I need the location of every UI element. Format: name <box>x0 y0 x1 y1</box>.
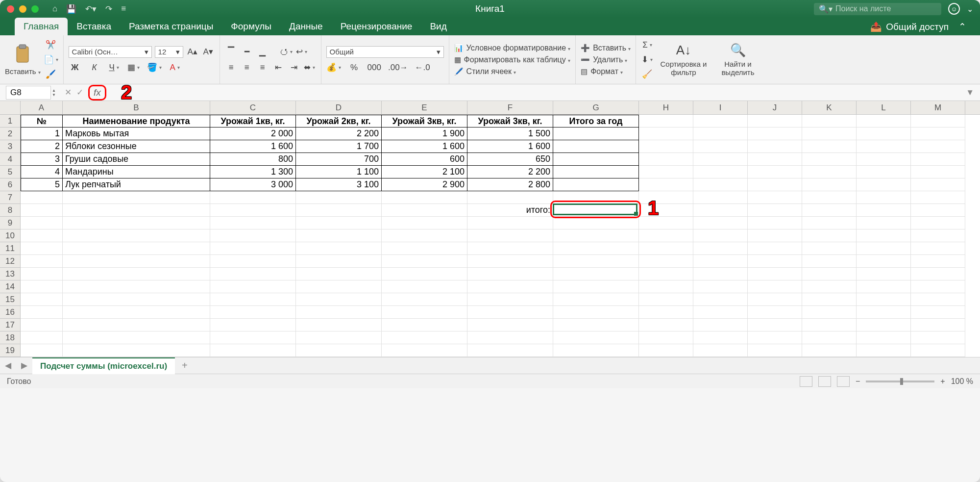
formula-expand-icon[interactable]: ▼ <box>966 88 974 98</box>
cell-F7[interactable] <box>467 191 553 204</box>
percent-icon[interactable]: % <box>348 62 361 74</box>
cell-E9[interactable] <box>382 217 467 229</box>
cell-B3[interactable]: Яблоки сезонные <box>63 140 210 153</box>
cell-L12[interactable] <box>857 255 911 268</box>
cell-K8[interactable] <box>802 204 857 217</box>
cell-H6[interactable] <box>639 178 693 191</box>
cell-I8[interactable] <box>693 204 748 217</box>
cell-K19[interactable] <box>802 344 857 357</box>
cell-I7[interactable] <box>693 191 748 204</box>
cell-F4[interactable]: 650 <box>467 153 553 166</box>
cell-G18[interactable] <box>553 331 639 344</box>
cell-H4[interactable] <box>639 153 693 166</box>
cell-M17[interactable] <box>911 319 965 331</box>
cell-D10[interactable] <box>296 229 382 242</box>
cell-M16[interactable] <box>911 306 965 319</box>
cell-A12[interactable] <box>21 255 63 268</box>
format-as-table-button[interactable]: ▦Форматировать как таблицу <box>454 55 570 64</box>
cell-F10[interactable] <box>467 229 553 242</box>
cell-A19[interactable] <box>21 344 63 357</box>
cell-M12[interactable] <box>911 255 965 268</box>
cell-G19[interactable] <box>553 344 639 357</box>
borders-button[interactable]: ▦ <box>127 62 140 74</box>
cell-A3[interactable]: 2 <box>21 140 63 153</box>
cell-J9[interactable] <box>748 217 802 229</box>
cell-D8[interactable] <box>296 204 382 217</box>
cell-L7[interactable] <box>857 191 911 204</box>
cell-K3[interactable] <box>802 140 857 153</box>
cell-J6[interactable] <box>748 178 802 191</box>
cell-J17[interactable] <box>748 319 802 331</box>
cell-B4[interactable]: Груши садовые <box>63 153 210 166</box>
tab-page-layout[interactable]: Разметка страницы <box>120 18 222 35</box>
italic-button[interactable]: К <box>88 62 101 74</box>
row-header-5[interactable]: 5 <box>0 166 21 178</box>
share-button[interactable]: 📤 Общий доступ ⌃ <box>865 18 971 35</box>
cell-I12[interactable] <box>693 255 748 268</box>
cell-K12[interactable] <box>802 255 857 268</box>
cell-B15[interactable] <box>63 293 210 306</box>
cell-C8[interactable] <box>210 204 296 217</box>
col-header-B[interactable]: B <box>63 101 210 114</box>
font-color-button[interactable]: A <box>169 62 181 74</box>
cell-B16[interactable] <box>63 306 210 319</box>
cell-D2[interactable]: 2 200 <box>296 127 382 140</box>
cell-B19[interactable] <box>63 344 210 357</box>
cell-B6[interactable]: Лук репчатый <box>63 178 210 191</box>
cell-D15[interactable] <box>296 293 382 306</box>
cell-F16[interactable] <box>467 306 553 319</box>
cell-L15[interactable] <box>857 293 911 306</box>
page-layout-view-button[interactable] <box>818 376 831 387</box>
tab-home[interactable]: Главная <box>15 18 68 35</box>
col-header-C[interactable]: C <box>210 101 296 114</box>
cell-C18[interactable] <box>210 331 296 344</box>
row-header-12[interactable]: 12 <box>0 255 21 268</box>
cell-D3[interactable]: 1 700 <box>296 140 382 153</box>
increase-decimal-icon[interactable]: .00→ <box>388 62 408 74</box>
cell-A14[interactable] <box>21 280 63 293</box>
align-top-icon[interactable]: ▔ <box>225 46 238 58</box>
cell-B14[interactable] <box>63 280 210 293</box>
cell-H2[interactable] <box>639 127 693 140</box>
cell-D11[interactable] <box>296 242 382 255</box>
cell-M10[interactable] <box>911 229 965 242</box>
cell-J19[interactable] <box>748 344 802 357</box>
cell-E15[interactable] <box>382 293 467 306</box>
cell-F18[interactable] <box>467 331 553 344</box>
cell-K15[interactable] <box>802 293 857 306</box>
insert-function-button[interactable]: fx <box>94 87 101 98</box>
cell-J7[interactable] <box>748 191 802 204</box>
cell-M18[interactable] <box>911 331 965 344</box>
wrap-text-icon[interactable]: ↩ <box>295 46 308 58</box>
save-icon[interactable]: 💾 <box>66 4 76 14</box>
cell-M9[interactable] <box>911 217 965 229</box>
cell-M14[interactable] <box>911 280 965 293</box>
cell-G2[interactable] <box>553 127 639 140</box>
insert-cells-button[interactable]: ➕Вставить <box>581 44 631 52</box>
cell-C4[interactable]: 800 <box>210 153 296 166</box>
cell-C9[interactable] <box>210 217 296 229</box>
increase-font-icon[interactable]: A▴ <box>186 46 199 58</box>
cell-M8[interactable] <box>911 204 965 217</box>
cell-H15[interactable] <box>639 293 693 306</box>
cell-K2[interactable] <box>802 127 857 140</box>
cell-K14[interactable] <box>802 280 857 293</box>
cell-B17[interactable] <box>63 319 210 331</box>
cell-K11[interactable] <box>802 242 857 255</box>
row-header-8[interactable]: 8 <box>0 204 21 217</box>
cell-E19[interactable] <box>382 344 467 357</box>
autosum-icon[interactable]: Σ <box>641 39 654 51</box>
cell-L18[interactable] <box>857 331 911 344</box>
cell-C5[interactable]: 1 300 <box>210 166 296 178</box>
spreadsheet-grid[interactable]: ABCDEFGHIJKLM1№Наименование продуктаУрож… <box>0 101 980 357</box>
cell-E3[interactable]: 1 600 <box>382 140 467 153</box>
cell-K6[interactable] <box>802 178 857 191</box>
cell-C15[interactable] <box>210 293 296 306</box>
cell-H10[interactable] <box>639 229 693 242</box>
cell-C12[interactable] <box>210 255 296 268</box>
orientation-icon[interactable]: ⭯ <box>280 46 293 58</box>
cell-K4[interactable] <box>802 153 857 166</box>
copy-icon[interactable]: 📄 <box>44 54 58 66</box>
delete-cells-button[interactable]: ➖Удалить <box>581 55 627 64</box>
cell-F15[interactable] <box>467 293 553 306</box>
